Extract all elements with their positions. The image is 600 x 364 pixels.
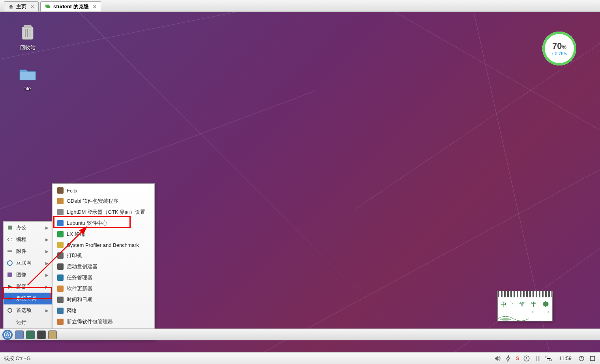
tray-separator	[534, 355, 541, 362]
app-icon	[57, 263, 64, 270]
app-icon	[57, 242, 64, 248]
tab-vm[interactable]: student 的克隆 ✕	[40, 1, 101, 11]
menu-category-dev[interactable]: 编程▶	[4, 233, 52, 245]
svg-marker-21	[8, 285, 12, 289]
submenu-item-label: LX 终端	[67, 231, 85, 238]
app-icon	[57, 231, 64, 237]
host-hint-text: 或按 Ctrl+G	[4, 355, 31, 362]
desktop-icon-trash-label: 回收站	[12, 44, 43, 51]
prefs-icon	[7, 307, 13, 314]
system-icon	[7, 295, 13, 302]
menu-category-label: 编程	[16, 236, 26, 243]
svg-rect-18	[8, 250, 12, 252]
submenu-arrow-icon: ▶	[45, 261, 49, 265]
submenu-item[interactable]: 启动盘创建器	[52, 261, 154, 272]
menu-category-accessories[interactable]: 附件▶	[4, 245, 52, 257]
ime-punct[interactable]: ‘	[512, 301, 513, 308]
shutdown-icon[interactable]	[578, 355, 585, 362]
quicklaunch-filemanager[interactable]	[15, 330, 24, 339]
sogou-tray-icon[interactable]: S	[516, 355, 519, 361]
ime-ban[interactable]: 半	[531, 301, 536, 308]
submenu-arrow-icon: ▶	[45, 285, 49, 289]
submenu-item-label: 打印机	[67, 252, 82, 259]
tab-home[interactable]: 主页 ✕	[4, 1, 39, 11]
menu-category-system[interactable]: 系统工具▶	[4, 293, 52, 304]
submenu-item-label: 新立得软件包管理器	[67, 318, 113, 325]
svg-rect-20	[8, 273, 12, 277]
volume-icon[interactable]	[494, 355, 501, 362]
vm-desktop[interactable]: 回收站 file 70% ↑ 0.7K/s 中 ‘ 简 半 办公▶编程▶附件▶互…	[0, 12, 600, 352]
submenu-item-label: Fcitx	[67, 188, 77, 194]
ime-gear-icon[interactable]	[542, 301, 549, 308]
menu-category-office[interactable]: 办公▶	[4, 222, 52, 233]
menu-category-graphics[interactable]: 图像▶	[4, 269, 52, 281]
submenu-item[interactable]: 打印机	[52, 250, 154, 261]
submenu-item[interactable]: Fcitx	[52, 185, 154, 196]
start-menu: 办公▶编程▶附件▶互联网▶图像▶影音▶系统工具▶首选项▶运行注销	[3, 221, 52, 340]
updates-icon[interactable]	[523, 355, 530, 362]
menu-category-label: 首选项	[16, 307, 32, 314]
lubuntu-logo-icon	[4, 331, 11, 338]
submenu-item[interactable]: System Profiler and Benchmark	[52, 240, 154, 250]
accessories-icon	[7, 248, 13, 254]
submenu-arrow-icon: ▶	[45, 249, 49, 254]
svg-rect-34	[591, 356, 595, 360]
app-icon	[57, 252, 64, 259]
submenu-item[interactable]: GDebi 软件包安装程序	[52, 196, 154, 207]
graphics-icon	[7, 272, 13, 278]
submenu-item-label: 任务管理器	[67, 274, 92, 281]
folder-icon	[18, 65, 37, 84]
network-icon[interactable]	[545, 355, 552, 362]
tab-home-label: 主页	[16, 3, 26, 10]
menu-category-run[interactable]: 运行	[4, 316, 52, 328]
menu-category-media[interactable]: 影音▶	[4, 281, 52, 293]
speed-gauge[interactable]: 70% ↑ 0.7K/s	[542, 32, 576, 65]
menu-category-label: 影音	[16, 283, 26, 290]
ime-deco-top	[498, 291, 552, 297]
power-icon[interactable]	[505, 355, 512, 362]
ime-zhong[interactable]: 中	[501, 301, 506, 308]
lxde-panel	[0, 329, 600, 340]
menu-category-prefs[interactable]: 首选项▶	[4, 304, 52, 316]
host-clock[interactable]: 11:59	[559, 355, 572, 361]
submenu-item[interactable]: 任务管理器	[52, 272, 154, 283]
submenu-arrow-icon: ▶	[45, 297, 49, 301]
submenu-arrow-icon: ▶	[45, 273, 49, 277]
gauge-speed: ↑ 0.7K/s	[551, 51, 567, 56]
run-icon	[7, 319, 13, 325]
submenu-item[interactable]: 新立得软件包管理器	[52, 316, 154, 327]
menu-category-label: 附件	[16, 248, 26, 255]
submenu-item[interactable]: LX 终端	[52, 229, 154, 240]
svg-line-8	[395, 12, 600, 130]
desktop-icon-trash[interactable]: 回收站	[12, 24, 43, 51]
start-button[interactable]	[2, 330, 13, 340]
tab-vm-close[interactable]: ✕	[93, 4, 97, 9]
submenu-arrow-icon: ▶	[45, 308, 49, 313]
quicklaunch-terminal[interactable]	[37, 330, 46, 339]
submenu-item[interactable]: LightDM 登录器（GTK 界面）设置	[52, 207, 154, 218]
ime-widget[interactable]: 中 ‘ 简 半	[497, 291, 553, 321]
submenu-arrow-icon: ▶	[45, 226, 49, 230]
submenu-item[interactable]: 网络	[52, 305, 154, 316]
app-icon	[57, 198, 64, 204]
internet-icon	[7, 260, 13, 266]
quicklaunch-browser[interactable]	[26, 330, 35, 339]
host-tray: S 11:59	[494, 355, 596, 362]
menu-category-internet[interactable]: 互联网▶	[4, 257, 52, 269]
home-icon	[8, 4, 14, 9]
quicklaunch-show-desktop[interactable]	[48, 330, 57, 339]
gauge-percent: 70%	[552, 41, 566, 51]
desktop-icon-file[interactable]: file	[12, 65, 43, 91]
submenu-item[interactable]: 软件更新器	[52, 283, 154, 294]
media-icon	[7, 284, 13, 290]
start-submenu-system-tools: FcitxGDebi 软件包安装程序LightDM 登录器（GTK 界面）设置L…	[52, 183, 155, 340]
submenu-item-label: 软件更新器	[67, 285, 92, 292]
tab-home-close[interactable]: ✕	[30, 4, 34, 9]
app-icon	[57, 308, 64, 314]
ime-jian[interactable]: 简	[519, 301, 525, 308]
office-icon	[7, 224, 13, 231]
host-tab-bar: 主页 ✕ student 的克隆 ✕	[0, 0, 600, 12]
maximize-icon[interactable]	[589, 355, 596, 362]
submenu-item[interactable]: Lubuntu 软件中心	[52, 218, 154, 229]
submenu-item[interactable]: 时间和日期	[52, 294, 154, 305]
